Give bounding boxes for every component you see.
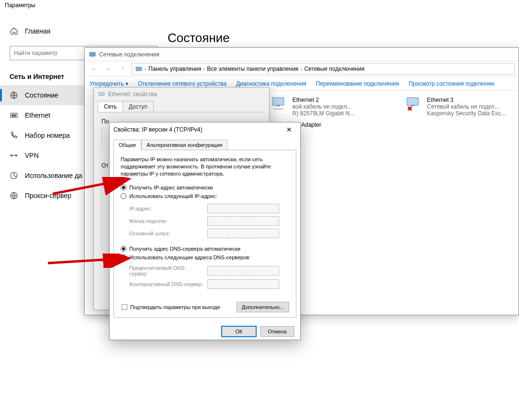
nav-up-icon[interactable]: ↑: [117, 64, 128, 74]
adapter-eth2-status: вой кабель не подкл...: [293, 103, 354, 110]
home-nav[interactable]: Главная: [0, 23, 168, 39]
breadcrumb-a[interactable]: Панель управления: [148, 66, 201, 72]
radio-dns-auto[interactable]: Получить адрес DNS-сервера автоматически: [121, 244, 289, 253]
radio-icon: [121, 193, 126, 199]
advanced-button[interactable]: Дополнительно...: [237, 302, 289, 312]
home-icon: [10, 27, 18, 35]
toolbar-diag[interactable]: Диагностика подключения: [236, 80, 306, 87]
adapter-icon: [271, 97, 290, 112]
toolbar-rename[interactable]: Переименование подключения: [316, 80, 399, 87]
radio-icon: [121, 246, 126, 252]
nav-proxy-label: Прокси-сервер: [25, 192, 71, 199]
svg-rect-4: [15, 115, 16, 117]
eth-title-text: Ethernet: свойства: [108, 91, 157, 98]
adapter-eth3-dev: Kaspersky Security Data Esc...: [427, 110, 506, 117]
confirm-label: Подтвердить параметры при выходе: [130, 304, 220, 310]
gateway-input[interactable]: . . .: [207, 229, 279, 238]
breadcrumb-b[interactable]: Все элементы панели управления: [207, 66, 298, 72]
settings-titlebar: Параметры: [0, 0, 519, 13]
adapter-ethernet2[interactable]: Ethernet 2 вой кабель не подкл... R) 825…: [271, 97, 376, 117]
eth-title[interactable]: Ethernet: свойства: [94, 88, 269, 101]
cancel-button[interactable]: Отмена: [260, 326, 294, 337]
radio-dns-manual-label: Использовать следующие адреса DNS-сервер…: [129, 254, 250, 260]
address-bar[interactable]: › Панель управления › Все элементы панел…: [132, 63, 515, 75]
ipv4-intro: Параметры IP можно назначать автоматичес…: [121, 156, 289, 177]
ok-button[interactable]: ОК: [222, 326, 256, 337]
svg-rect-13: [276, 105, 280, 106]
cp-title-text: Сетевые подключения: [99, 51, 159, 58]
radio-icon: [121, 185, 126, 190]
ethernet-icon: [10, 111, 18, 120]
ip-addr-label: IP-адрес:: [129, 206, 203, 211]
ipv4-title-text: Свойства: IP версии 4 (TCP/IPv4): [113, 126, 203, 133]
nav-ethernet-label: Ethernet: [25, 111, 50, 119]
breadcrumb-c[interactable]: Сетевые подключения: [304, 66, 364, 72]
vpn-icon: [10, 151, 18, 160]
nav-usage-label: Использование да: [25, 172, 82, 179]
cp-titlebar[interactable]: Сетевые подключения: [85, 48, 519, 61]
svg-rect-10: [91, 56, 93, 56]
ipv4-titlebar[interactable]: Свойства: IP версии 4 (TCP/IPv4) ✕: [110, 122, 300, 137]
adapter-eth2-dev: R) 82579LM Gigabit N...: [293, 110, 354, 117]
chevron-right-icon: ›: [145, 66, 147, 72]
ethernet-window-icon: [98, 90, 105, 98]
toolbar-disable[interactable]: Отключение сетевого устройства: [138, 80, 226, 87]
home-label: Главная: [25, 27, 50, 35]
radio-ip-manual[interactable]: Использовать следующий IP-адрес:: [121, 192, 289, 200]
search-placeholder: Найти параметр: [14, 50, 57, 56]
svg-text:✖: ✖: [407, 105, 413, 112]
svg-rect-14: [407, 98, 418, 105]
radio-icon: [121, 254, 126, 260]
nav-dialup-label: Набор номера: [25, 132, 70, 139]
svg-point-5: [11, 155, 12, 156]
dns-alt-input[interactable]: . . .: [207, 279, 279, 289]
gateway-label: Основной шлюз:: [129, 231, 203, 236]
dns-pref-input[interactable]: . . .: [207, 266, 279, 276]
addr-icon: [135, 65, 143, 73]
adapter-eth2-name: Ethernet 2: [293, 97, 354, 103]
nav-vpn-label: VPN: [25, 152, 39, 159]
ipv4-properties-dialog: Свойства: IP версии 4 (TCP/IPv4) ✕ Общие…: [109, 122, 301, 340]
cp-window-icon: [89, 51, 96, 58]
usage-icon: [10, 171, 18, 180]
svg-rect-11: [136, 67, 142, 71]
svg-rect-9: [90, 52, 95, 56]
mask-label: Маска подсети:: [129, 218, 203, 224]
adapter-ethernet3[interactable]: ✖ Ethernet 3 Сетевой кабель не подкл... …: [405, 97, 511, 117]
radio-dns-auto-label: Получить адрес DNS-сервера автоматически: [129, 246, 240, 252]
svg-point-6: [15, 155, 17, 156]
eth-tab-access[interactable]: Доступ: [123, 101, 154, 112]
adapter-wan-partial[interactable]: Adapter: [301, 122, 321, 128]
ipv4-tab-alt[interactable]: Альтернативная конфигурация: [141, 140, 227, 150]
eth-tab-network[interactable]: Сеть: [98, 101, 123, 112]
svg-rect-2: [12, 115, 13, 117]
nav-status-label: Состояние: [25, 91, 58, 99]
adapter-eth3-status: Сетевой кабель не подкл...: [427, 103, 506, 110]
toolbar-organize[interactable]: Упорядочить ▾: [90, 80, 128, 87]
ipv4-tab-general[interactable]: Общие: [113, 140, 141, 150]
ip-addr-input[interactable]: . . .: [207, 204, 279, 213]
proxy-icon: [10, 191, 18, 200]
confirm-checkbox-row[interactable]: Подтвердить параметры при выходе Дополни…: [121, 295, 289, 312]
mask-input[interactable]: . . .: [207, 216, 279, 226]
radio-ip-auto[interactable]: Получить IP-адрес автоматически: [121, 183, 289, 192]
radio-ip-auto-label: Получить IP-адрес автоматически: [129, 185, 213, 190]
ipv4-panel: Параметры IP можно назначать автоматичес…: [113, 150, 296, 318]
settings-title: Параметры: [5, 2, 35, 9]
chevron-right-icon: ›: [203, 66, 205, 72]
adapter-icon: ✖: [405, 97, 424, 112]
radio-dns-manual[interactable]: Использовать следующие адреса DNS-сервер…: [121, 253, 289, 262]
radio-ip-manual-label: Использовать следующий IP-адрес:: [129, 193, 217, 199]
cp-navbar: ← → ↑ › Панель управления › Все элементы…: [85, 61, 519, 77]
toolbar-viewstatus[interactable]: Просмотр состояния подключен: [408, 80, 494, 87]
eth-tabstrip: Сеть Доступ: [98, 101, 265, 112]
svg-rect-12: [272, 98, 284, 105]
chevron-right-icon: ›: [300, 66, 302, 72]
dns-pref-label: Предпочитаемый DNS-сервер:: [129, 265, 203, 276]
nav-back-icon[interactable]: ←: [89, 64, 99, 74]
svg-rect-1: [11, 113, 17, 118]
nav-fwd-icon[interactable]: →: [103, 64, 113, 74]
svg-rect-17: [99, 92, 104, 96]
close-icon[interactable]: ✕: [282, 126, 296, 133]
globe-icon: [10, 91, 18, 99]
